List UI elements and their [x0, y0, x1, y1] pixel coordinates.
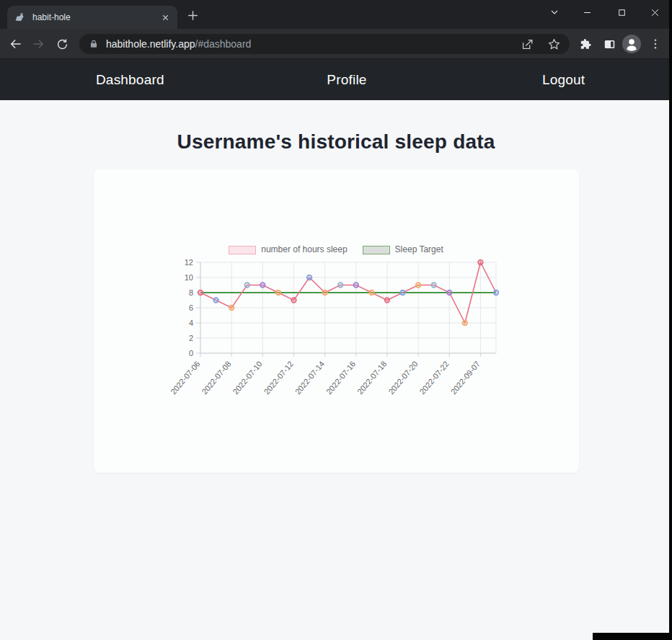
- data-point: [447, 290, 452, 295]
- x-axis-tick-label: 2022-07-22: [417, 360, 450, 396]
- chart-legend: number of hours sleep Sleep Target: [94, 169, 579, 255]
- data-point: [431, 283, 436, 288]
- data-point: [307, 275, 312, 280]
- window-bottom-edge: [593, 633, 672, 640]
- data-point: [213, 298, 218, 303]
- x-axis-tick-label: 2022-07-06: [170, 360, 202, 396]
- data-point: [494, 290, 499, 295]
- legend-item-hours-sleep[interactable]: number of hours sleep: [229, 244, 347, 255]
- y-axis-tick-label: 8: [189, 288, 193, 297]
- data-point: [291, 298, 296, 303]
- page-title: Username's historical sleep data: [0, 100, 672, 154]
- nav-link-profile[interactable]: Profile: [327, 72, 366, 88]
- window-maximize-button[interactable]: [609, 1, 634, 23]
- hours-sleep-legend-label: number of hours sleep: [261, 244, 347, 255]
- address-bar[interactable]: habithole.netlify.app/#dashboard: [79, 34, 570, 54]
- window-minimize-button[interactable]: [575, 1, 599, 23]
- lock-icon[interactable]: [89, 39, 99, 49]
- y-axis-tick-label: 2: [189, 334, 193, 342]
- data-point: [244, 283, 249, 288]
- y-axis-tick-label: 0: [189, 349, 193, 357]
- browser-menu-kebab-icon[interactable]: [647, 35, 664, 53]
- x-axis-tick-label: 2022-07-10: [231, 360, 263, 396]
- data-point: [354, 283, 359, 288]
- data-point: [369, 290, 374, 295]
- rabbit-favicon-icon: [14, 12, 26, 23]
- forward-icon[interactable]: [28, 34, 48, 54]
- data-point: [260, 283, 265, 288]
- bookmark-star-icon[interactable]: [546, 36, 562, 52]
- sleep-chart-svg: 0246810122022-07-062022-07-082022-07-102…: [170, 255, 502, 408]
- x-axis-tick-label: 2022-07-18: [355, 360, 388, 396]
- browser-window: habit-hole: [0, 0, 672, 640]
- nav-link-logout[interactable]: Logout: [542, 72, 585, 88]
- data-point: [400, 290, 405, 295]
- x-axis-tick-label: 2022-07-16: [324, 360, 357, 396]
- sleep-target-legend-label: Sleep Target: [395, 244, 443, 255]
- nav-link-dashboard[interactable]: Dashboard: [96, 72, 164, 88]
- profile-avatar[interactable]: [622, 34, 642, 54]
- y-axis-tick-label: 12: [185, 258, 193, 267]
- data-point: [198, 290, 203, 295]
- x-axis-tick-label: 2022-07-12: [262, 360, 295, 396]
- x-axis-tick-label: 2022-07-08: [200, 360, 232, 396]
- url-host: habithole.netlify.app: [106, 38, 195, 50]
- browser-toolbar: habithole.netlify.app/#dashboard: [0, 29, 672, 59]
- y-axis-tick-label: 4: [189, 319, 193, 327]
- side-panel-icon[interactable]: [601, 35, 618, 53]
- data-point: [229, 306, 234, 311]
- data-point: [276, 290, 281, 295]
- tab-close-icon[interactable]: [159, 12, 172, 24]
- share-icon[interactable]: [519, 36, 535, 52]
- data-point: [338, 283, 343, 288]
- window-close-button[interactable]: [642, 1, 667, 23]
- url-path: /#dashboard: [195, 38, 252, 50]
- reload-icon[interactable]: [52, 34, 72, 54]
- chart-card: number of hours sleep Sleep Target 02468…: [94, 169, 579, 473]
- x-axis-tick-label: 2022-09-07: [449, 360, 482, 396]
- sleep-target-swatch: [363, 246, 390, 254]
- x-axis-tick-label: 2022-07-14: [293, 360, 326, 396]
- chart-area[interactable]: 0246810122022-07-062022-07-082022-07-102…: [94, 255, 579, 408]
- legend-item-sleep-target[interactable]: Sleep Target: [363, 244, 443, 255]
- data-point: [416, 283, 421, 288]
- window-right-edge: [669, 0, 672, 640]
- tab-title: habit-hole: [32, 12, 159, 22]
- site-navbar: Dashboard Profile Logout: [0, 59, 672, 100]
- data-point: [463, 321, 468, 326]
- x-axis-tick-label: 2022-07-20: [386, 360, 419, 396]
- browser-tab[interactable]: habit-hole: [7, 6, 177, 29]
- tab-search-chevron-icon[interactable]: [542, 1, 567, 23]
- back-icon[interactable]: [6, 34, 26, 54]
- data-point: [478, 260, 483, 265]
- tab-strip: habit-hole: [0, 0, 672, 29]
- y-axis-tick-label: 10: [185, 273, 193, 282]
- hours-sleep-swatch: [229, 246, 256, 254]
- new-tab-button[interactable]: [185, 7, 200, 23]
- extensions-puzzle-icon[interactable]: [577, 35, 594, 53]
- data-point: [385, 298, 390, 303]
- url-text[interactable]: habithole.netlify.app/#dashboard: [106, 38, 251, 50]
- data-point: [322, 290, 327, 295]
- y-axis-tick-label: 6: [189, 303, 193, 312]
- page-body: Username's historical sleep data number …: [0, 100, 672, 640]
